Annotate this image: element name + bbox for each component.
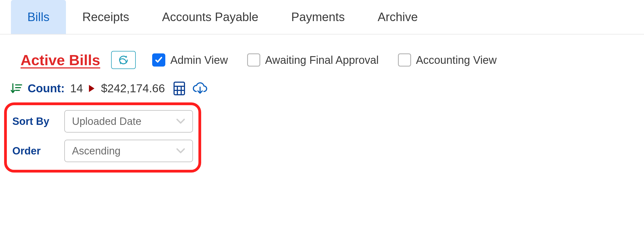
checkbox-admin-view-label: Admin View [170,54,228,66]
tab-receipts[interactable]: Receipts [66,0,146,34]
chevron-down-icon [176,118,185,124]
tab-archive-label: Archive [378,10,418,24]
tab-payments[interactable]: Payments [275,0,361,34]
order-row: Order Ascending [12,140,193,162]
tab-archive[interactable]: Archive [361,0,434,34]
checkbox-box [247,53,260,67]
tab-accounts-payable[interactable]: Accounts Payable [146,0,275,34]
order-label: Order [12,145,56,157]
refresh-button[interactable] [111,51,136,69]
tab-bills-label: Bills [27,10,50,24]
sort-by-row: Sort By Uploaded Date [12,110,193,133]
view-filters: Admin View Awaiting Final Approval Accou… [152,53,497,67]
stats-row: Count: 14 $242,174.66 [0,69,644,96]
refresh-icon [118,54,129,65]
checkbox-admin-view[interactable]: Admin View [152,53,228,67]
count-label: Count: [28,82,65,95]
sort-by-label: Sort By [12,116,56,127]
sort-panel-highlight: Sort By Uploaded Date Order Ascending [4,102,201,173]
order-value: Ascending [72,145,120,157]
checkbox-box [398,53,411,67]
tab-accounts-payable-label: Accounts Payable [162,10,258,24]
svg-rect-3 [174,82,184,95]
tab-receipts-label: Receipts [82,10,129,24]
total-value: $242,174.66 [101,82,165,95]
sort-direction-icon[interactable] [10,82,22,95]
calculator-button[interactable] [173,81,185,96]
page-title[interactable]: Active Bills [21,51,100,68]
cloud-download-icon [192,82,208,95]
tabs-bar: Bills Receipts Accounts Payable Payments… [0,0,644,35]
checkbox-box [152,53,165,67]
tab-payments-label: Payments [291,10,345,24]
title-row: Active Bills Admin View Awaiting Final A… [0,35,644,69]
sort-by-select[interactable]: Uploaded Date [64,110,193,133]
count-value: 14 [70,82,83,95]
checkbox-awaiting-final-approval[interactable]: Awaiting Final Approval [247,53,379,67]
calculator-icon [173,81,185,96]
chevron-down-icon [176,148,185,154]
order-select[interactable]: Ascending [64,140,193,162]
expand-icon[interactable] [88,84,96,93]
tab-bills[interactable]: Bills [11,0,66,34]
checkbox-awaiting-final-approval-label: Awaiting Final Approval [265,54,379,66]
download-button[interactable] [192,82,208,95]
sort-by-value: Uploaded Date [72,116,141,127]
checkbox-accounting-view-label: Accounting View [416,54,497,66]
checkbox-accounting-view[interactable]: Accounting View [398,53,497,67]
